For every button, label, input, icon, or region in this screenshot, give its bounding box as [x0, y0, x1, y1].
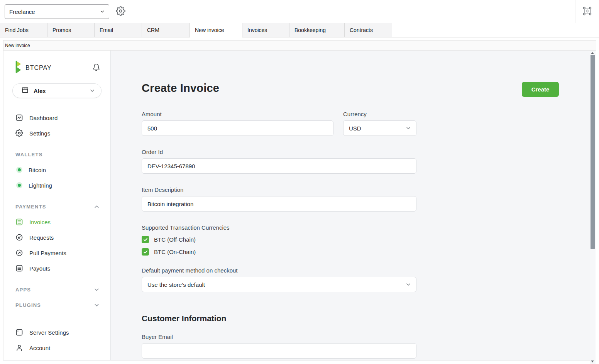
- sidebar-item-settings[interactable]: Settings: [3, 125, 110, 141]
- payouts-icon: [15, 264, 23, 272]
- sidebar-item-label: Account: [29, 345, 50, 351]
- settings-gear-button[interactable]: [116, 6, 125, 17]
- sidebar-item-label: Settings: [29, 130, 50, 137]
- chevron-down-icon: [89, 88, 95, 94]
- sidebar-item-server-settings[interactable]: Server Settings: [3, 325, 110, 340]
- buyer-email-label: Buyer Email: [142, 334, 416, 340]
- screen-select-button[interactable]: [582, 6, 592, 17]
- page: Freelance: [0, 0, 599, 364]
- tab-new-invoice[interactable]: New invoice: [190, 23, 242, 37]
- sidebar-item-label: Server Settings: [29, 329, 69, 336]
- invoices-icon: [15, 218, 23, 226]
- sidebar-item-label: Lightning: [29, 182, 52, 189]
- chevron-down-icon: [93, 286, 100, 293]
- section-header-label: APPS: [15, 287, 31, 293]
- sidebar: BTCPAY Alex: [3, 51, 111, 361]
- tab-crm[interactable]: CRM: [142, 23, 190, 37]
- pane-title-bar: New invoice: [3, 40, 596, 51]
- user-icon: [15, 344, 23, 352]
- tab-find-jobs[interactable]: Find Jobs: [0, 23, 47, 37]
- sidebar-item-lightning[interactable]: Lightning: [3, 178, 110, 193]
- sidebar-item-pull-payments[interactable]: Pull Payments: [3, 245, 110, 261]
- checkbox-checked-icon: [142, 236, 149, 243]
- amount-input[interactable]: [142, 120, 333, 136]
- buyer-email-group: Buyer Email: [142, 334, 416, 359]
- sidebar-section-payments[interactable]: PAYMENTS: [3, 199, 110, 214]
- wallet-status-dot: [16, 182, 22, 188]
- sidebar-header: BTCPAY: [3, 51, 110, 75]
- tab-gap: [0, 37, 599, 40]
- chevron-down-icon: [405, 281, 411, 288]
- section-header-label: PLUGINS: [15, 302, 41, 308]
- scroll-up-arrow[interactable]: [591, 52, 594, 54]
- sidebar-item-dashboard[interactable]: Dashboard: [3, 110, 110, 125]
- order-id-input[interactable]: [142, 158, 416, 174]
- arrow-up-right-circle-icon: [15, 249, 23, 257]
- scrollbar-thumb[interactable]: [591, 55, 595, 249]
- default-payment-method-group: Default payment method on checkout Use t…: [142, 267, 416, 292]
- arrow-down-left-circle-icon: [15, 234, 23, 241]
- sidebar-item-payouts[interactable]: Payouts: [3, 261, 110, 276]
- supported-currencies-label: Supported Transaction Currencies: [142, 224, 559, 231]
- tab-contracts[interactable]: Contracts: [345, 23, 392, 37]
- currency-select[interactable]: USD: [343, 120, 416, 136]
- customer-information-title: Customer Information: [142, 314, 559, 323]
- store-name: Alex: [34, 88, 46, 94]
- chevron-down-icon: [100, 9, 105, 14]
- order-id-label: Order Id: [142, 149, 416, 155]
- sidebar-item-label: Payouts: [29, 265, 50, 272]
- tab-bookkeeping[interactable]: Bookkeeping: [289, 23, 345, 37]
- sidebar-section-plugins[interactable]: PLUGINS: [3, 297, 110, 313]
- amount-currency-row: Amount Currency USD: [142, 111, 559, 136]
- gear-icon: [116, 6, 125, 17]
- wallet-status-dot: [16, 167, 22, 173]
- selection-transform-icon: [582, 6, 592, 17]
- sidebar-nav: Dashboard Settings WALLETS Bitcoin: [3, 110, 110, 360]
- right-edge-gap: [596, 51, 599, 364]
- item-description-group: Item Description: [142, 186, 416, 212]
- sidebar-bottom-section: Server Settings Account: [3, 319, 110, 356]
- notifications-button[interactable]: [92, 63, 100, 73]
- checkbox-btc-offchain[interactable]: BTC (Off-Chain): [142, 236, 559, 243]
- amount-label: Amount: [142, 111, 333, 117]
- workspace-select[interactable]: Freelance: [5, 4, 109, 19]
- tab-promos[interactable]: Promos: [47, 23, 95, 37]
- tab-email[interactable]: Email: [95, 23, 142, 37]
- checkbox-btc-onchain[interactable]: BTC (On-Chain): [142, 248, 559, 256]
- sidebar-section-apps[interactable]: APPS: [3, 282, 110, 297]
- workspace-select-value: Freelance: [9, 8, 35, 15]
- tab-invoices[interactable]: Invoices: [242, 23, 289, 37]
- section-header-label: PAYMENTS: [15, 204, 46, 210]
- chevron-down-icon: [93, 302, 100, 308]
- dashboard-icon: [15, 114, 23, 122]
- sidebar-item-requests[interactable]: Requests: [3, 230, 110, 245]
- gear-icon: [15, 129, 23, 137]
- item-description-label: Item Description: [142, 186, 416, 193]
- top-bar-left: Freelance: [0, 0, 133, 23]
- default-payment-method-label: Default payment method on checkout: [142, 267, 416, 274]
- sidebar-item-invoices[interactable]: Invoices: [3, 214, 110, 230]
- pane-title: New invoice: [5, 43, 30, 48]
- create-button[interactable]: Create: [522, 82, 559, 97]
- vertical-scrollbar[interactable]: [590, 51, 596, 364]
- scroll-down-arrow[interactable]: [591, 361, 594, 362]
- btcpay-logo[interactable]: BTCPAY: [14, 61, 52, 75]
- sidebar-item-label: Invoices: [29, 219, 51, 225]
- btcpay-brand-text: BTCPAY: [25, 64, 52, 71]
- sidebar-item-label: Bitcoin: [29, 167, 46, 173]
- buyer-email-input[interactable]: [142, 343, 416, 359]
- default-payment-method-value: Use the store’s default: [147, 281, 205, 288]
- checkbox-checked-icon: [142, 248, 149, 256]
- server-settings-icon: [15, 328, 23, 336]
- top-bar: Freelance: [0, 0, 599, 23]
- item-description-input[interactable]: [142, 196, 416, 212]
- btcpay-logo-icon: [14, 61, 23, 75]
- btcpay-app: BTCPAY Alex: [3, 51, 599, 364]
- sidebar-item-bitcoin[interactable]: Bitcoin: [3, 162, 110, 178]
- sidebar-item-account[interactable]: Account: [3, 340, 110, 356]
- page-title: Create Invoice: [142, 82, 219, 95]
- store-selector[interactable]: Alex: [12, 83, 102, 98]
- main-header: Create Invoice Create: [142, 82, 559, 97]
- chevron-up-icon: [93, 203, 100, 210]
- default-payment-method-select[interactable]: Use the store’s default: [142, 277, 416, 292]
